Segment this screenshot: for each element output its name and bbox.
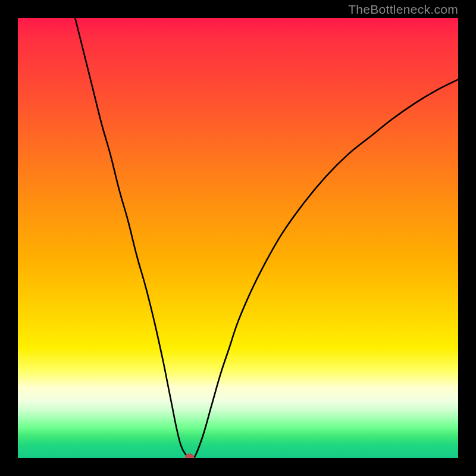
plot-area: [18, 18, 458, 458]
chart-container: TheBottleneck.com: [0, 0, 476, 476]
bottleneck-curve-svg: [18, 18, 458, 458]
bottleneck-curve: [75, 18, 458, 458]
watermark-text: TheBottleneck.com: [348, 2, 458, 17]
